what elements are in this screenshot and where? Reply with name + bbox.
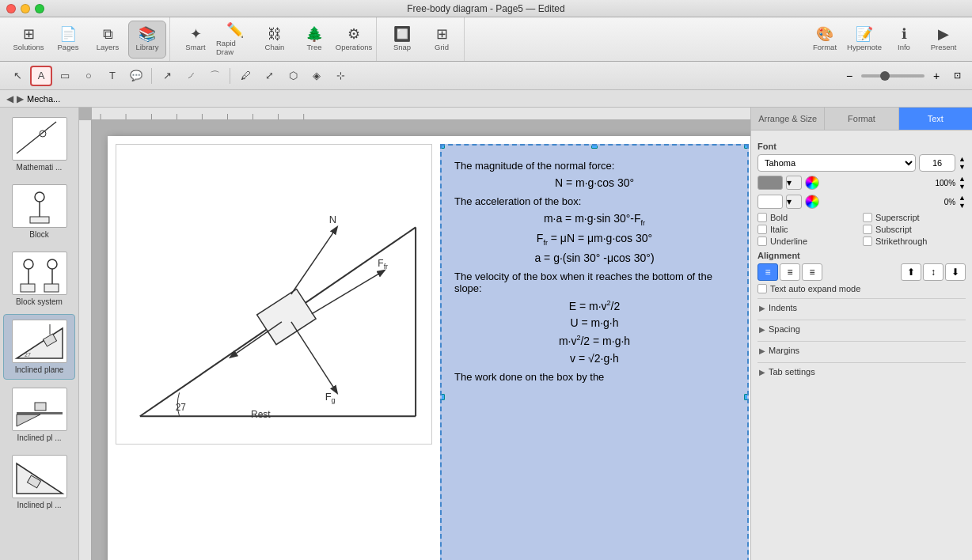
rapid-draw-icon: ✏️ xyxy=(226,23,244,37)
sidebar-item-inclined-pl-1[interactable]: Inclined pl ... xyxy=(3,383,75,447)
connector2-tool[interactable]: ⤢ xyxy=(258,66,280,86)
selection-handle-tr[interactable] xyxy=(744,144,749,149)
sidebar-item-block[interactable]: Block xyxy=(3,180,75,244)
auto-expand-checkbox[interactable] xyxy=(757,284,767,293)
smart-button[interactable]: ✦ Smart xyxy=(177,21,215,59)
second-color-swatch[interactable] xyxy=(757,195,783,209)
text-insert-tool[interactable]: T xyxy=(101,66,123,86)
circle-tool[interactable]: ○ xyxy=(78,66,100,86)
arc-tool[interactable]: ⌒ xyxy=(203,66,226,86)
opacity-2-value: 0% xyxy=(925,198,955,206)
margins-label: Margins xyxy=(769,346,799,355)
second-color-picker[interactable] xyxy=(805,195,819,209)
font-size-input[interactable] xyxy=(919,154,955,172)
format-button[interactable]: 🎨 Format xyxy=(806,21,844,59)
formula-6: U = m·g·h xyxy=(454,316,735,329)
panel-tabs: Arrange & Size Format Text xyxy=(751,108,972,131)
underline-checkbox[interactable] xyxy=(757,236,767,246)
selection-handle-tl[interactable] xyxy=(440,144,445,149)
tab-settings-header[interactable]: ▶ Tab settings xyxy=(757,363,966,380)
align-top-button[interactable]: ⬆ xyxy=(901,263,921,281)
align-center-button[interactable]: ≡ xyxy=(780,263,800,281)
rapid-draw-button[interactable]: ✏️ Rapid Draw xyxy=(216,21,254,59)
font-color-dropdown[interactable]: ▾ xyxy=(786,176,802,190)
selection-handle-tc[interactable] xyxy=(591,144,598,149)
back-button[interactable]: ◀ xyxy=(6,93,13,104)
opacity-1-value: 100% xyxy=(925,179,955,187)
hypernote-button[interactable]: 📝 Hypernote xyxy=(845,21,883,59)
bold-label: Bold xyxy=(770,213,788,222)
selection-handle-mr[interactable] xyxy=(744,394,749,400)
grid-button[interactable]: ⊞ Grid xyxy=(423,21,461,59)
lasso-tool[interactable]: ⬡ xyxy=(282,66,304,86)
svg-rect-24 xyxy=(257,289,316,345)
sidebar-item-block-system[interactable]: Block system xyxy=(3,247,75,311)
library-icon: 📚 xyxy=(139,27,156,41)
strikethrough-checkbox[interactable] xyxy=(863,236,872,246)
align-middle-button[interactable]: ↕ xyxy=(923,263,944,281)
align-right-button[interactable]: ≡ xyxy=(802,263,822,281)
crop-tool[interactable]: ⊹ xyxy=(329,66,351,86)
superscript-checkbox[interactable] xyxy=(863,213,872,222)
indents-header[interactable]: ▶ Indents xyxy=(757,299,966,316)
subscript-checkbox[interactable] xyxy=(863,225,872,234)
zoom-fit-button[interactable]: ⊡ xyxy=(948,67,966,85)
tab-arrange[interactable]: Arrange & Size xyxy=(751,108,825,130)
italic-checkbox[interactable] xyxy=(757,225,767,234)
app-layout: Mathemati ... Block xyxy=(0,108,972,560)
minimize-button[interactable] xyxy=(21,4,30,13)
shape-edit-tool[interactable]: ◈ xyxy=(306,66,328,86)
opacity-2-stepper[interactable]: ▲▼ xyxy=(959,194,966,210)
opacity-1-stepper[interactable]: ▲▼ xyxy=(959,175,966,191)
font-color-swatch[interactable] xyxy=(757,176,783,190)
connector-tool[interactable]: ↗ xyxy=(156,66,178,86)
rectangle-tool[interactable]: ▭ xyxy=(54,66,76,86)
text-content-area[interactable]: The magnitude of the normal force: N = m… xyxy=(440,144,749,560)
align-bottom-button[interactable]: ⬇ xyxy=(945,263,966,281)
page-canvas[interactable]: 27 N Ffr xyxy=(108,136,750,560)
snap-button[interactable]: 🔲 Snap xyxy=(383,21,421,59)
pen-tool[interactable]: 🖊 xyxy=(234,66,256,86)
sidebar-item-inclined-pl-2[interactable]: Inclined pl ... xyxy=(3,450,75,514)
auto-expand-row: Text auto expand mode xyxy=(757,284,966,293)
maximize-button[interactable] xyxy=(35,4,44,13)
solutions-button[interactable]: ⊞ Solutions xyxy=(9,21,47,59)
italic-checkbox-item: Italic xyxy=(757,225,860,234)
line-tool[interactable]: ⟋ xyxy=(180,66,202,86)
selection-handle-ml[interactable] xyxy=(440,394,445,400)
text-tool-A[interactable]: A xyxy=(30,66,52,86)
second-color-dropdown[interactable]: ▾ xyxy=(786,195,802,209)
forward-button[interactable]: ▶ xyxy=(17,93,24,104)
tab-format[interactable]: Format xyxy=(825,108,898,130)
tab-text[interactable]: Text xyxy=(899,108,972,130)
bold-checkbox[interactable] xyxy=(757,213,767,222)
align-left-button[interactable]: ≡ xyxy=(757,263,778,281)
zoom-slider[interactable] xyxy=(861,74,925,78)
info-button[interactable]: ℹ Info xyxy=(885,21,923,59)
draw-group: ✦ Smart ✏️ Rapid Draw ⛓ Chain 🌲 Tree ⚙ O… xyxy=(173,17,377,61)
svg-marker-11 xyxy=(17,328,63,358)
canvas-area[interactable]: | | | | | | | | | xyxy=(79,108,750,560)
spacing-header[interactable]: ▶ Spacing xyxy=(757,320,966,338)
sidebar-item-inclined-plane[interactable]: 27 Inclined plane xyxy=(3,314,75,380)
arrow-tool[interactable]: ↖ xyxy=(6,66,28,86)
operations-button[interactable]: ⚙ Operations xyxy=(335,21,373,59)
close-button[interactable] xyxy=(6,4,16,13)
svg-marker-18 xyxy=(17,464,63,494)
superscript-label: Superscript xyxy=(875,213,920,222)
font-size-stepper[interactable]: ▲▼ xyxy=(959,155,966,171)
chain-button[interactable]: ⛓ Chain xyxy=(256,21,294,59)
layers-button[interactable]: ⧉ Layers xyxy=(89,21,127,59)
library-button[interactable]: 📚 Library xyxy=(128,21,166,59)
present-button[interactable]: ▶ Present xyxy=(925,21,963,59)
font-name-select[interactable]: Tahoma xyxy=(757,154,916,172)
margins-chevron: ▶ xyxy=(759,346,765,355)
margins-header[interactable]: ▶ Margins xyxy=(757,342,966,359)
font-color-picker[interactable] xyxy=(805,176,819,190)
speech-bubble-tool[interactable]: 💬 xyxy=(125,66,147,86)
zoom-out-button[interactable]: − xyxy=(841,67,858,85)
pages-button[interactable]: 📄 Pages xyxy=(49,21,87,59)
tree-button[interactable]: 🌲 Tree xyxy=(295,21,333,59)
zoom-in-button[interactable]: + xyxy=(928,67,945,85)
sidebar-item-mathemati[interactable]: Mathemati ... xyxy=(3,112,75,176)
